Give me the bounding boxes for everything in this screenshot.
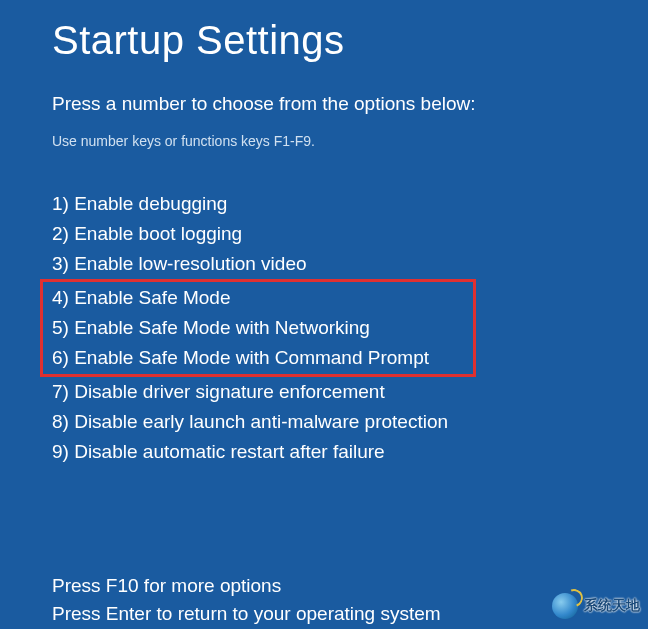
startup-settings-screen: Startup Settings Press a number to choos… bbox=[0, 0, 648, 629]
option-disable-auto-restart[interactable]: 9) Disable automatic restart after failu… bbox=[52, 437, 596, 467]
option-enable-safe-mode[interactable]: 4) Enable Safe Mode bbox=[52, 283, 473, 313]
option-enable-safe-mode-networking[interactable]: 5) Enable Safe Mode with Networking bbox=[52, 313, 473, 343]
option-enable-safe-mode-cmd[interactable]: 6) Enable Safe Mode with Command Prompt bbox=[52, 343, 473, 373]
option-disable-early-launch-antimalware[interactable]: 8) Disable early launch anti-malware pro… bbox=[52, 407, 596, 437]
watermark-text: 系统天地 bbox=[584, 597, 640, 615]
option-enable-boot-logging[interactable]: 2) Enable boot logging bbox=[52, 219, 596, 249]
globe-icon bbox=[552, 593, 578, 619]
safe-mode-highlight: 4) Enable Safe Mode 5) Enable Safe Mode … bbox=[40, 279, 476, 377]
option-enable-low-res-video[interactable]: 3) Enable low-resolution video bbox=[52, 249, 596, 279]
footer-more-options[interactable]: Press F10 for more options bbox=[52, 572, 596, 600]
page-subtitle: Press a number to choose from the option… bbox=[52, 93, 596, 115]
option-disable-driver-signature[interactable]: 7) Disable driver signature enforcement bbox=[52, 377, 596, 407]
watermark: 系统天地 bbox=[552, 593, 640, 619]
page-title: Startup Settings bbox=[52, 18, 596, 63]
key-hint: Use number keys or functions keys F1-F9. bbox=[52, 133, 596, 149]
option-enable-debugging[interactable]: 1) Enable debugging bbox=[52, 189, 596, 219]
options-list: 1) Enable debugging 2) Enable boot loggi… bbox=[52, 189, 596, 467]
footer-return[interactable]: Press Enter to return to your operating … bbox=[52, 600, 596, 628]
